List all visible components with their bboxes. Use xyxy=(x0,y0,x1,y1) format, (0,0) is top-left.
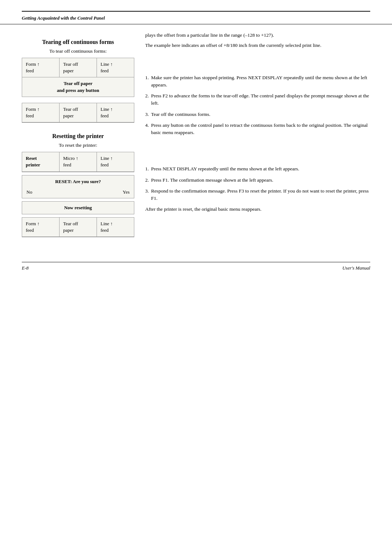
lcd-panel-now-resetting: Now resetting xyxy=(22,201,134,214)
lcd-top-row-tearing-2: Form ↑feed Tear offpaper Line ↑feed xyxy=(22,103,134,122)
lcd-panel-reset-4: Form ↑feed Tear offpaper Line ↑feed xyxy=(22,217,134,237)
lcd-confirm-row: No Yes xyxy=(22,188,134,198)
lcd-panel-reset-1: Resetprinter Micro ↑feed Line ↑feed xyxy=(22,152,134,172)
lcd-panel-tearing-1: Form ↑feed Tear offpaper Line ↑feed Tear… xyxy=(22,58,134,97)
tearing-step-1: 1. Make sure the printer has stopped pri… xyxy=(145,74,370,89)
lcd-top-row-reset-4: Form ↑feed Tear offpaper Line ↑feed xyxy=(22,218,134,237)
right-top-text: plays the offset from a particular line … xyxy=(145,32,370,49)
footer-manual-label: User's Manual xyxy=(342,265,370,271)
tearing-steps-area: 1. Make sure the printer has stopped pri… xyxy=(145,74,370,137)
tearing-steps-list: 1. Make sure the printer has stopped pri… xyxy=(145,74,370,137)
tearing-section-subtitle: To tear off continuous forms: xyxy=(22,48,134,54)
resetting-after-note: After the printer is reset, the original… xyxy=(145,206,370,213)
footer-page-number: E-8 xyxy=(22,265,29,271)
footer: E-8 User's Manual xyxy=(0,262,392,274)
lcd-panel-reset-confirm: RESET: Are you sure? No Yes xyxy=(22,175,134,198)
lcd-cell-form-feed-1: Form ↑feed xyxy=(22,58,60,77)
tearing-step-2: 2. Press F2 to advance the forms to the … xyxy=(145,92,370,107)
lcd-top-row-tearing-1: Form ↑feed Tear offpaper Line ↑feed xyxy=(22,58,134,77)
left-column: Tearing off continuous forms To tear off… xyxy=(22,32,134,240)
tearing-step-4: 4. Press any button on the control panel… xyxy=(145,122,370,137)
lcd-panel-tearing-2: Form ↑feed Tear offpaper Line ↑feed xyxy=(22,103,134,123)
resetting-section-title: Resetting the printer xyxy=(22,133,134,139)
lcd-cell-tear-off-2: Tear offpaper xyxy=(60,103,97,122)
right-para-2: The example here indicates an offset of … xyxy=(145,42,370,49)
tearing-section-title: Tearing off continuous forms xyxy=(22,39,134,45)
resetting-steps-area: 1. Press NEXT DISPLAY repeatedly until t… xyxy=(145,165,370,213)
resetting-steps-list: 1. Press NEXT DISPLAY repeatedly until t… xyxy=(145,165,370,202)
lcd-cell-line-feed-reset: Line ↑feed xyxy=(97,152,134,171)
lcd-cell-line-feed-1: Line ↑feed xyxy=(97,58,134,77)
right-para-1: plays the offset from a particular line … xyxy=(145,32,370,39)
lcd-confirm-yes: Yes xyxy=(123,189,130,195)
lcd-cell-line-feed-reset-4: Line ↑feed xyxy=(97,218,134,236)
lcd-message-now-resetting: Now resetting xyxy=(22,202,134,214)
lcd-cell-micro-feed: Micro ↑feed xyxy=(60,152,97,171)
resetting-section-subtitle: To reset the printer: xyxy=(22,142,134,148)
lcd-message-tear-off: Tear off paperand press any button xyxy=(22,77,134,96)
tearing-step-3: 3. Tear off the continuous forms. xyxy=(145,111,370,118)
resetting-step-2: 2. Press F1. The confirmation message sh… xyxy=(145,177,370,184)
header: Getting Acquainted with the Control Pane… xyxy=(0,12,392,24)
right-column: plays the offset from a particular line … xyxy=(145,32,370,240)
header-title: Getting Acquainted with the Control Pane… xyxy=(22,15,105,21)
tearing-section-left: Tearing off continuous forms To tear off… xyxy=(22,39,134,123)
lcd-cell-tear-off-1: Tear offpaper xyxy=(60,58,97,77)
lcd-cell-form-feed-reset: Form ↑feed xyxy=(22,218,60,236)
lcd-message-reset-confirm: RESET: Are you sure? xyxy=(22,175,134,188)
lcd-cell-form-feed-2: Form ↑feed xyxy=(22,103,60,122)
resetting-section-left: Resetting the printer To reset the print… xyxy=(22,133,134,237)
lcd-top-row-reset-1: Resetprinter Micro ↑feed Line ↑feed xyxy=(22,152,134,171)
resetting-step-3: 3. Respond to the confirmation message. … xyxy=(145,187,370,202)
resetting-step-1: 1. Press NEXT DISPLAY repeatedly until t… xyxy=(145,165,370,173)
lcd-cell-line-feed-2: Line ↑feed xyxy=(97,103,134,122)
lcd-cell-tear-off-reset: Tear offpaper xyxy=(60,218,97,236)
page: Getting Acquainted with the Control Pane… xyxy=(0,11,392,554)
lcd-cell-reset-printer: Resetprinter xyxy=(22,152,60,171)
lcd-confirm-no: No xyxy=(26,189,32,195)
main-content: Tearing off continuous forms To tear off… xyxy=(0,24,392,240)
